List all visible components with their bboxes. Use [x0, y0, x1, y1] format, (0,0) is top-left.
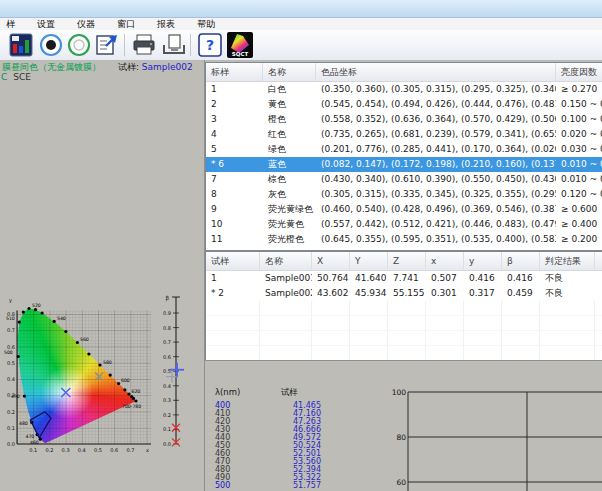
- cell-y: 0.317: [464, 286, 502, 301]
- cell-id: 4: [206, 127, 263, 142]
- svg-text:?: ?: [206, 37, 214, 53]
- sample-measure-button[interactable]: [66, 32, 92, 58]
- print-button[interactable]: [131, 32, 157, 58]
- target-filled-icon: [38, 32, 64, 58]
- column-header-X[interactable]: X: [312, 252, 350, 270]
- cell-coords: (0.350, 0.360), (0.305, 0.315), (0.295, …: [316, 82, 556, 97]
- sample-name: Sample002: [142, 62, 193, 72]
- cell-coords: (0.558, 0.352), (0.636, 0.364), (0.570, …: [316, 112, 556, 127]
- svg-text:0.5: 0.5: [163, 368, 171, 374]
- table-row[interactable]: 9 荧光黄绿色 (0.460, 0.540), (0.428, 0.496), …: [206, 202, 602, 217]
- cell-id: 1: [206, 82, 263, 97]
- table-row[interactable]: 8 灰色 (0.305, 0.315), (0.335, 0.345), (0.…: [206, 187, 602, 202]
- svg-text:0.6: 0.6: [110, 447, 118, 453]
- svg-text:SQCT: SQCT: [232, 51, 249, 57]
- table-row[interactable]: 5 绿色 (0.201, 0.776), (0.285, 0.441), (0.…: [206, 142, 602, 157]
- menu-item-help[interactable]: 帮助: [197, 18, 215, 31]
- table-row[interactable]: 10 荧光黄色 (0.557, 0.442), (0.512, 0.421), …: [206, 217, 602, 232]
- svg-text:0.4: 0.4: [78, 447, 86, 453]
- svg-text:0.2: 0.2: [163, 412, 171, 418]
- x-axis-label: x: [146, 447, 149, 453]
- y-tick-label: 60: [396, 478, 406, 487]
- cell-name: Sample001: [260, 271, 312, 286]
- toolbar-separator: [190, 34, 191, 56]
- cell-id: 10: [206, 217, 263, 232]
- cell-Y: 45.934: [350, 286, 388, 301]
- cell-id: 1: [206, 271, 260, 286]
- table-row[interactable]: 11 荧光橙色 (0.645, 0.355), (0.595, 0.351), …: [206, 232, 602, 247]
- printer-icon: [131, 32, 157, 58]
- sample-label: 试样:: [118, 62, 139, 72]
- table-row[interactable]: 4 红色 (0.735, 0.265), (0.681, 0.239), (0.…: [206, 127, 602, 142]
- menu-item-sample[interactable]: 样: [6, 18, 15, 31]
- menu-bar: 样 设置 仪器 窗口 报表 帮助: [0, 18, 602, 30]
- wavelength-header: λ(nm): [215, 387, 240, 397]
- column-header-id[interactable]: 试样: [206, 252, 260, 270]
- report-export-button[interactable]: [94, 32, 120, 58]
- svg-text:540: 540: [57, 316, 66, 321]
- svg-text:580: 580: [103, 360, 112, 365]
- cell-id: 7: [206, 172, 263, 187]
- svg-text:0.1: 0.1: [163, 426, 171, 432]
- menu-item-window[interactable]: 窗口: [117, 18, 135, 31]
- cell-name: 灰色: [263, 187, 316, 202]
- beta-axis: β 0.9 0.8 0.7 0.6 0.5 0.4 0.3 0.2 0.1 0.…: [163, 295, 184, 447]
- reflectance-chart: 100 80 60: [390, 368, 602, 491]
- svg-text:0.2: 0.2: [45, 447, 53, 453]
- column-header-beta[interactable]: β: [502, 252, 540, 270]
- cell-coords: (0.201, 0.776), (0.285, 0.441), (0.170, …: [316, 142, 556, 157]
- cell-beta: 0.416: [502, 271, 540, 286]
- column-header-y[interactable]: y: [464, 252, 502, 270]
- column-header-Y[interactable]: Y: [350, 252, 388, 270]
- chart-view-button[interactable]: [8, 32, 34, 58]
- column-header-name[interactable]: 名称: [263, 63, 316, 81]
- cell-name: 棕色: [263, 172, 316, 187]
- table-row[interactable]: * 2 Sample002 43.602 45.934 55.155 0.301…: [206, 286, 602, 301]
- table-row[interactable]: 3 橙色 (0.558, 0.352), (0.636, 0.364), (0.…: [206, 112, 602, 127]
- column-header-Z[interactable]: Z: [388, 252, 426, 270]
- svg-text:0.7: 0.7: [7, 327, 15, 333]
- cell-factor: 0.020 ~ 0.150: [556, 127, 602, 142]
- cell-id: * 6: [206, 157, 263, 172]
- column-header-id[interactable]: 标样: [206, 63, 263, 81]
- svg-text:0.7: 0.7: [126, 447, 134, 453]
- standards-table: 标样 名称 色品坐标 亮度因数 1 白色 (0.350, 0.360), (0.…: [205, 62, 602, 251]
- table-row-empty: [206, 316, 602, 331]
- cell-factor: 0.120 ~ 0.180: [556, 187, 602, 202]
- output-tray-icon: [161, 32, 187, 58]
- column-header-extra[interactable]: [595, 252, 602, 270]
- table-row[interactable]: 7 棕色 (0.430, 0.340), (0.610, 0.390), (0.…: [206, 172, 602, 187]
- menu-item-report[interactable]: 报表: [157, 18, 175, 31]
- cell-beta: 0.459: [502, 286, 540, 301]
- bar-chart-icon: [8, 32, 34, 58]
- title-bar[interactable]: [0, 0, 602, 18]
- cell-name: 红色: [263, 127, 316, 142]
- cell-name: Sample002: [260, 286, 312, 301]
- cell-y: 0.416: [464, 271, 502, 286]
- help-button[interactable]: ?: [197, 32, 223, 58]
- column-header-coords[interactable]: 色品坐标: [316, 63, 556, 81]
- table-row-selected[interactable]: * 6 蓝色 (0.082, 0.147), (0.172, 0.198), (…: [206, 157, 602, 172]
- column-header-x[interactable]: x: [426, 252, 464, 270]
- cell-id: 9: [206, 202, 263, 217]
- table-row[interactable]: 2 黄色 (0.545, 0.454), (0.494, 0.426), (0.…: [206, 97, 602, 112]
- toolbar: ? SQCT: [0, 30, 602, 61]
- column-header-factor[interactable]: 亮度因数: [556, 63, 602, 81]
- column-header-name[interactable]: 名称: [260, 252, 312, 270]
- svg-text:480: 480: [19, 421, 28, 426]
- sqct-logo-button[interactable]: SQCT: [227, 32, 253, 58]
- table-row[interactable]: 1 Sample001 50.764 41.640 7.741 0.507 0.…: [206, 271, 602, 286]
- cell-coords: (0.735, 0.265), (0.681, 0.239), (0.579, …: [316, 127, 556, 142]
- geometry-info-line: C SCE: [1, 72, 31, 82]
- target-open-icon: [66, 32, 92, 58]
- table-row-empty: [206, 346, 602, 361]
- cell-id: 3: [206, 112, 263, 127]
- menu-item-instrument[interactable]: 仪器: [77, 18, 95, 31]
- column-header-result[interactable]: 判定结果: [540, 252, 595, 270]
- save-output-button[interactable]: [161, 32, 187, 58]
- standard-measure-button[interactable]: [38, 32, 64, 58]
- samples-table: 试样 名称 X Y Z x y β 判定结果 1 Sample001 50.76…: [205, 251, 602, 361]
- table-row[interactable]: 1 白色 (0.350, 0.360), (0.305, 0.315), (0.…: [206, 82, 602, 97]
- menu-item-settings[interactable]: 设置: [37, 18, 55, 31]
- svg-text:0.4: 0.4: [163, 383, 171, 389]
